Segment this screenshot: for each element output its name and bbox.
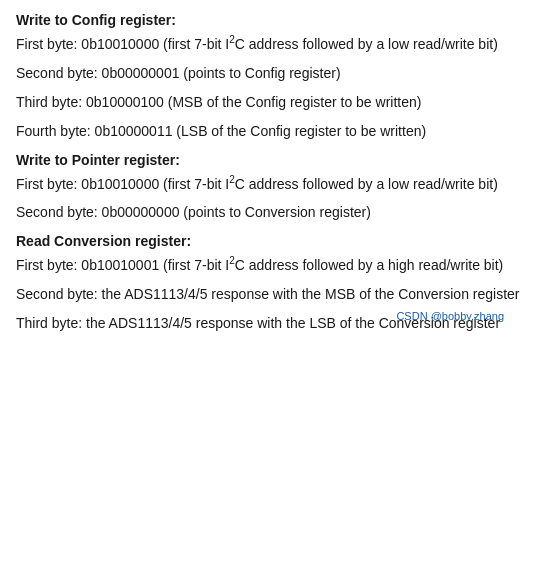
section-title-write-config: Write to Config register: xyxy=(16,12,520,28)
paragraph-conversion-2: Second byte: the ADS1113/4/5 response wi… xyxy=(16,284,520,305)
section-title-read-conversion: Read Conversion register: xyxy=(16,233,520,249)
paragraph-config-4: Fourth byte: 0b10000011 (LSB of the Conf… xyxy=(16,121,520,142)
paragraph-conversion-1: First byte: 0b10010001 (first 7-bit I2C … xyxy=(16,253,520,276)
paragraph-config-1: First byte: 0b10010000 (first 7-bit I2C … xyxy=(16,32,520,55)
section-title-write-pointer: Write to Pointer register: xyxy=(16,152,520,168)
watermark: CSDN @bobby.zhang xyxy=(396,310,504,322)
paragraph-pointer-2: Second byte: 0b00000000 (points to Conve… xyxy=(16,202,520,223)
paragraph-pointer-1: First byte: 0b10010000 (first 7-bit I2C … xyxy=(16,172,520,195)
paragraph-config-3: Third byte: 0b10000100 (MSB of the Confi… xyxy=(16,92,520,113)
content-wrapper: Write to Config register: First byte: 0b… xyxy=(16,12,520,334)
paragraph-config-2: Second byte: 0b00000001 (points to Confi… xyxy=(16,63,520,84)
